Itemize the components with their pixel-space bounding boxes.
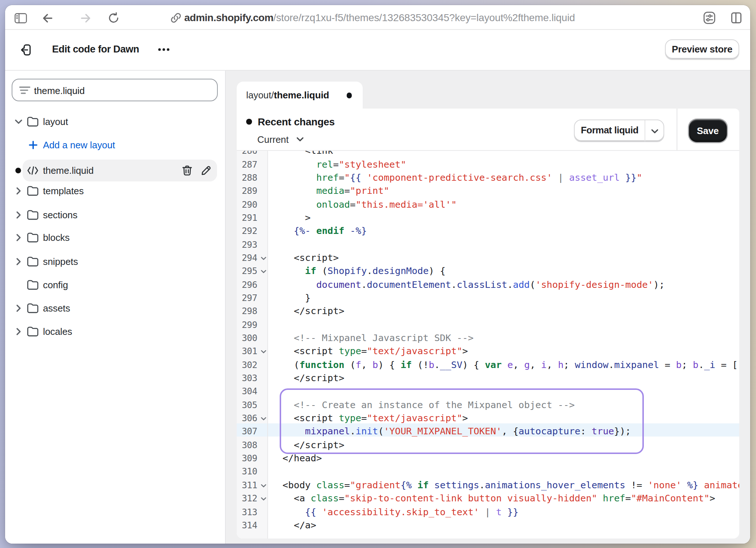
folder-icon (27, 186, 39, 196)
folder-icon (27, 233, 39, 243)
modified-dot (16, 168, 21, 173)
code-line-287[interactable]: 287 rel="stylesheet" (237, 156, 739, 169)
version-select[interactable]: Current (257, 134, 289, 145)
back-button[interactable] (42, 13, 52, 22)
code-line-295[interactable]: 295 if (Shopify.designMode) { (237, 263, 739, 277)
sidebar-folder-config[interactable]: config (5, 274, 225, 295)
code-line-297[interactable]: 297 } (237, 290, 739, 303)
format-liquid-button[interactable]: Format liquid (574, 120, 664, 142)
tree-item-label: blocks (43, 232, 70, 243)
chevron-down-icon[interactable] (651, 129, 658, 133)
tree-item-label: theme.liquid (43, 165, 94, 176)
more-actions-button[interactable] (158, 48, 170, 51)
fold-chevron-icon[interactable] (260, 350, 266, 354)
code-line-301[interactable]: 301 <script type="text/javascript"> (237, 343, 739, 357)
folder-icon (27, 210, 39, 220)
code-line-305[interactable]: 305 <!-- Create an instance of the Mixpa… (237, 397, 739, 410)
file-search-input[interactable]: theme.liquid (11, 79, 218, 101)
sidebar-folder-blocks[interactable]: blocks (5, 227, 225, 249)
button-divider (645, 120, 645, 141)
code-line-308[interactable]: 308 </script> (237, 437, 739, 450)
code-line-299[interactable]: 299 (237, 316, 739, 330)
sidebar-toggle-button[interactable] (15, 13, 27, 23)
exit-button[interactable] (20, 43, 32, 56)
sidebar-folder-sections[interactable]: sections (5, 204, 225, 226)
plus-icon (28, 140, 38, 150)
sidebar-file-theme.liquid[interactable]: theme.liquid (5, 160, 225, 181)
code-line-304[interactable]: 304 (237, 383, 739, 397)
file-sidebar: theme.liquid layoutAdd a new layouttheme… (5, 71, 225, 543)
code-line-291[interactable]: 291 > (237, 210, 739, 223)
save-button[interactable]: Save (689, 119, 727, 142)
trash-icon (181, 165, 193, 176)
tree-item-label: assets (43, 302, 70, 313)
pencil-icon (200, 165, 212, 176)
search-value: theme.liquid (34, 85, 85, 96)
code-line-289[interactable]: 289 media="print" (237, 183, 739, 196)
code-line-310[interactable]: 310 (237, 463, 739, 477)
sidebar-folder-layout[interactable]: layout (5, 111, 225, 133)
link-icon (169, 11, 182, 24)
code-line-312[interactable]: 312 <a class="skip-to-content-link butto… (237, 490, 739, 504)
chevron-right-icon (16, 211, 21, 219)
sidebar-folder-snippets[interactable]: snippets (5, 250, 225, 272)
sidebar-folder-assets[interactable]: assets (5, 297, 225, 319)
fold-chevron-icon[interactable] (260, 270, 266, 274)
sidebar-folder-locales[interactable]: locales (5, 321, 225, 342)
code-line-290[interactable]: 290 onload="this.media='all'" (237, 196, 739, 210)
code-editor[interactable]: 286 <link287 rel="stylesheet"288 href="{… (237, 151, 739, 539)
code-file-icon (27, 166, 39, 175)
folder-icon (27, 117, 39, 127)
forward-icon (80, 13, 91, 22)
reload-button[interactable] (108, 12, 118, 23)
code-line-306[interactable]: 306 <script type="text/javascript"> (237, 410, 739, 423)
sidebar-folder-templates[interactable]: templates (5, 180, 225, 202)
code-line-288[interactable]: 288 href="{{ 'component-predictive-searc… (237, 169, 739, 183)
browser-window: admin.shopify.com/store/rzq1xu-f5/themes… (5, 5, 750, 543)
sidebar-toggle-icon (15, 13, 27, 23)
code-line-298[interactable]: 298 </script> (237, 303, 739, 317)
code-line-300[interactable]: 300 <!-- Mixpanel Javascript SDK --> (237, 330, 739, 343)
page-title: Edit code for Dawn (52, 43, 139, 54)
format-liquid-label: Format liquid (574, 120, 645, 141)
fold-chevron-icon[interactable] (260, 257, 266, 261)
code-line-294[interactable]: 294 <script> (237, 250, 739, 263)
code-line-313[interactable]: 313 {{ 'accessibility.skip_to_text' | t … (237, 504, 739, 517)
code-line-286[interactable]: 286 <link (237, 151, 739, 156)
line-number: 314 (237, 519, 257, 532)
tree-item-label: snippets (43, 256, 78, 267)
recent-changes-dot (246, 119, 252, 124)
tree-item-label: templates (43, 186, 84, 197)
filter-icon (19, 86, 31, 95)
code-line-296[interactable]: 296 document.documentElement.classList.a… (237, 276, 739, 290)
preview-store-button[interactable]: Preview store (665, 39, 739, 59)
fold-chevron-icon[interactable] (260, 484, 266, 488)
screen: admin.shopify.com/store/rzq1xu-f5/themes… (0, 0, 756, 548)
chevron-down-icon (296, 137, 303, 141)
code-line-311[interactable]: 311 <body class="gradient{% if settings.… (237, 477, 739, 490)
code-line-303[interactable]: 303 </script> (237, 370, 739, 383)
page-settings-button[interactable] (704, 12, 716, 24)
fold-chevron-icon[interactable] (260, 417, 266, 421)
folder-icon (27, 303, 39, 313)
url-path: /store/rzq1xu-f5/themes/132683530345?key… (273, 12, 575, 23)
tree-item-label: config (43, 279, 68, 290)
editor-toolbar: Recent changes Current Format liquid Sav… (237, 109, 739, 150)
code-line-309[interactable]: 309 </head> (237, 450, 739, 463)
code-line-307[interactable]: 307 mixpanel.init('YOUR_MIXPANEL_TOKEN',… (237, 423, 739, 437)
exit-icon (20, 43, 32, 56)
split-view-button[interactable] (731, 12, 741, 23)
code-line-293[interactable]: 293 (237, 236, 739, 250)
tree-item-label: Add a new layout (43, 140, 115, 150)
code-line-292[interactable]: 292 {%- endif -%} (237, 223, 739, 236)
page-settings-icon (704, 12, 716, 24)
tab-theme-liquid[interactable]: layout/theme.liquid (237, 81, 363, 109)
address-bar[interactable]: admin.shopify.com/store/rzq1xu-f5/themes… (184, 5, 575, 29)
folder-icon (27, 279, 39, 290)
editor-card: Recent changes Current Format liquid Sav… (237, 109, 739, 539)
fold-chevron-icon[interactable] (260, 497, 266, 501)
sidebar-action-add-a-new-layout[interactable]: Add a new layout (5, 134, 225, 156)
code-line-302[interactable]: 302 (function (f, b) { if (!b.__SV) { va… (237, 356, 739, 370)
browser-toolbar: admin.shopify.com/store/rzq1xu-f5/themes… (5, 5, 750, 29)
code-line-314[interactable]: 314 </a> (237, 517, 739, 531)
